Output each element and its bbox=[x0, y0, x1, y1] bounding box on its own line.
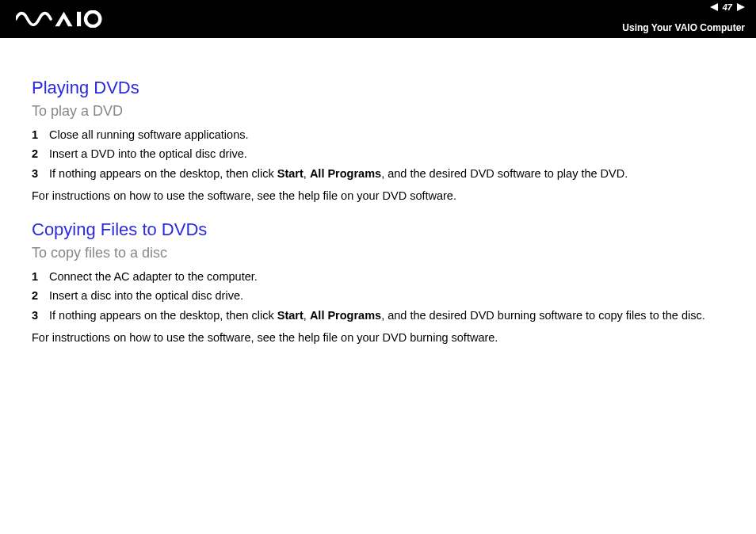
step-text: Close all running software applications. bbox=[49, 126, 724, 143]
step-list: 1 Connect the AC adapter to the computer… bbox=[32, 268, 724, 324]
header-bar: 47 Using Your VAIO Computer bbox=[0, 0, 756, 38]
prev-page-arrow-icon[interactable] bbox=[710, 3, 718, 11]
section-note: For instructions on how to use the softw… bbox=[32, 329, 724, 346]
step-item: 2 Insert a DVD into the optical disc dri… bbox=[32, 145, 724, 162]
step-item: 3 If nothing appears on the desktop, the… bbox=[32, 165, 724, 182]
section-subtitle: To copy files to a disc bbox=[32, 245, 724, 261]
section-title: Playing DVDs bbox=[32, 78, 724, 98]
step-number: 2 bbox=[32, 145, 49, 162]
step-number: 2 bbox=[32, 287, 49, 304]
step-item: 1 Connect the AC adapter to the computer… bbox=[32, 268, 724, 285]
header-subtitle: Using Your VAIO Computer bbox=[622, 22, 745, 33]
svg-marker-0 bbox=[55, 12, 73, 26]
step-number: 1 bbox=[32, 126, 49, 143]
page-content: Playing DVDs To play a DVD 1 Close all r… bbox=[0, 38, 756, 347]
next-page-arrow-icon[interactable] bbox=[737, 3, 745, 11]
step-number: 3 bbox=[32, 165, 49, 182]
svg-rect-1 bbox=[77, 12, 81, 26]
step-text: If nothing appears on the desktop, then … bbox=[49, 307, 724, 324]
svg-point-2 bbox=[86, 12, 100, 26]
step-list: 1 Close all running software application… bbox=[32, 126, 724, 182]
step-item: 1 Close all running software application… bbox=[32, 126, 724, 143]
step-text: Insert a disc into the optical disc driv… bbox=[49, 287, 724, 304]
step-text: Connect the AC adapter to the computer. bbox=[49, 268, 724, 285]
page-number: 47 bbox=[721, 2, 734, 12]
step-item: 2 Insert a disc into the optical disc dr… bbox=[32, 287, 724, 304]
step-number: 1 bbox=[32, 268, 49, 285]
vaio-logo bbox=[16, 10, 103, 28]
section-title: Copying Files to DVDs bbox=[32, 219, 724, 240]
step-text: Insert a DVD into the optical disc drive… bbox=[49, 145, 724, 162]
section-note: For instructions on how to use the softw… bbox=[32, 187, 724, 204]
step-number: 3 bbox=[32, 307, 49, 324]
step-text: If nothing appears on the desktop, then … bbox=[49, 165, 724, 182]
step-item: 3 If nothing appears on the desktop, the… bbox=[32, 307, 724, 324]
section-subtitle: To play a DVD bbox=[32, 103, 724, 120]
page-nav: 47 bbox=[710, 2, 745, 12]
